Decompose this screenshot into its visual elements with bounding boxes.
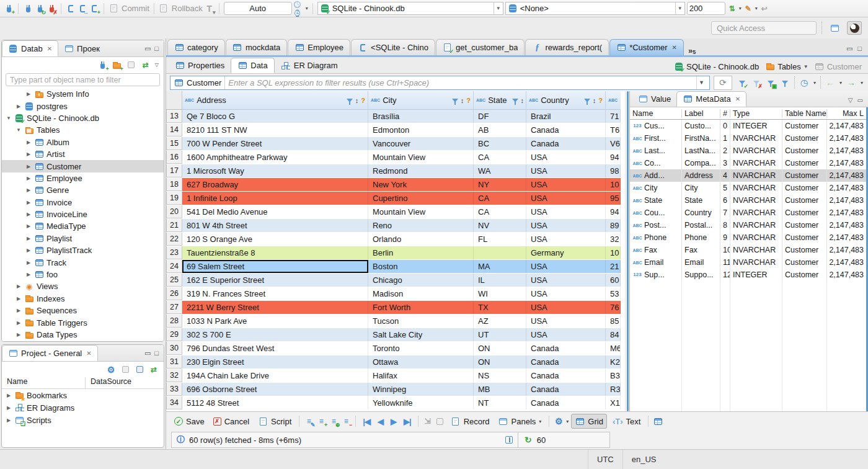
cell-country[interactable]: Canada [526,369,606,382]
cell-state[interactable]: MA [474,260,526,273]
row-number-header[interactable] [166,91,182,110]
cell-country[interactable]: USA [526,205,606,218]
collapse-arrow-icon[interactable]: ▼ [16,127,22,133]
column-table-name[interactable]: Table Name [782,109,827,118]
rollback-icon[interactable] [159,4,169,14]
cell-city[interactable]: Boston [368,260,474,273]
quick-access-input[interactable] [711,21,817,35]
cell-postal[interactable]: 10 [606,178,621,191]
cell-state[interactable]: FL [474,233,526,246]
expand-arrow-icon[interactable]: ▶ [25,248,32,253]
paging-icon[interactable] [505,436,513,444]
cell-country[interactable]: USA [526,260,606,273]
object-filter-input[interactable] [6,73,160,86]
cell-postal[interactable]: 10 [606,246,621,259]
cell-address[interactable]: 1 Infinite Loop [182,192,368,205]
commit-icon[interactable] [108,4,118,14]
cell-city[interactable]: Edmonton [368,123,474,136]
cell-postal[interactable]: 53 [606,287,621,300]
back-arrow-icon[interactable]: ← [825,78,835,87]
tree-item-playlisttrack[interactable]: ▶PlaylistTrack [2,244,164,256]
cell-postal[interactable]: 76 [606,301,621,314]
auto-refresh-caret[interactable]: ▾ [813,80,816,86]
cell-address[interactable]: 1600 Amphitheatre Parkway [182,151,368,164]
cell-address[interactable]: 627 Broadway [182,178,368,191]
table-row-13[interactable]: 13Qe 7 Bloco GBrasíliaDFBrazil71 [166,110,625,123]
editor-tab-mockdata[interactable]: mockdata [226,39,287,55]
cell-state[interactable]: BC [474,137,526,150]
tab-metadata[interactable]: MetaData ✕ [676,91,746,107]
row-number[interactable]: 27 [166,301,182,314]
tree-item-mediatype[interactable]: ▶MediaType [2,220,164,232]
breadcrumb-table[interactable]: Customer [815,61,862,71]
table-row-34[interactable]: 345112 48 StreetYellowknifeNTCanadaX1 [166,396,625,410]
cell-address[interactable]: 162 E Superior Street [182,274,368,287]
metadata-row-compa[interactable]: ABCCo...Compa...3NVARCHARCustomer2,147,4… [630,157,866,169]
row-number[interactable]: 24 [166,260,182,273]
chevron-down-icon[interactable]: ▼ [804,64,808,69]
row-number[interactable]: 16 [166,151,182,164]
cell-country[interactable]: USA [526,164,606,177]
maximize-icon[interactable]: □ [154,349,159,357]
metadata-row-city[interactable]: ABCCityCity5NVARCHARCustomer2,147,483 [630,182,866,194]
cell-address[interactable]: 319 N. Frances Street [182,287,368,300]
cell-address[interactable]: 796 Dundas Street West [182,342,368,355]
row-number[interactable]: 19 [166,192,182,205]
tree-item-data-types[interactable]: ▶Data Types [2,329,164,341]
cell-postal[interactable]: 84 [606,328,621,341]
editor-tab-employee[interactable]: Employee [288,39,350,55]
cell-country[interactable]: USA [526,151,606,164]
expand-arrow-icon[interactable]: ▶ [25,236,32,241]
new-folder-icon[interactable]: + [112,60,122,70]
cell-state[interactable]: NY [474,178,526,191]
cell-city[interactable]: Chicago [368,274,474,287]
cell-city[interactable]: Orlando [368,233,474,246]
cell-address[interactable]: 69 Salem Street [182,260,368,273]
cell-country[interactable]: USA [526,328,606,341]
row-number[interactable]: 25 [166,274,182,287]
custom-filter-icon[interactable] [780,78,790,87]
cell-address[interactable]: 1 Microsoft Way [182,164,368,177]
expand-arrow-icon[interactable]: ▶ [16,332,22,337]
column-type[interactable]: Type [730,109,782,118]
table-row-24[interactable]: 2469 Salem StreetBostonMAUSA21 [166,260,625,274]
tree-item-customer[interactable]: ▶Customer [2,160,164,172]
cell-state[interactable]: MB [474,383,526,396]
cell-country[interactable]: USA [526,219,606,232]
cell-address[interactable]: 1033 N Park Ave [182,315,368,328]
table-row-29[interactable]: 29302 S 700 ESalt Lake CityUTUSA84 [166,328,625,342]
column-datasource[interactable]: DataSource [86,377,131,388]
column-header-address[interactable]: ABC Address ↕? [182,91,368,110]
filter-icon[interactable] [347,99,353,102]
cell-address[interactable]: 230 Elgin Street [182,355,368,368]
tree-item-genre[interactable]: ▶Genre [2,184,164,196]
view-menu-icon[interactable]: ▽ [848,97,853,104]
column-number[interactable]: # [720,109,730,118]
tree-item-employee[interactable]: ▶Employee [2,172,164,184]
filter-history-dropdown[interactable]: ▼ [696,76,706,89]
tree-item-track[interactable]: ▶Track [2,256,164,268]
row-number[interactable]: 14 [166,123,182,136]
undo-arrow-icon[interactable]: ↩ [760,4,769,14]
cell-city[interactable]: Vancouver [368,137,474,150]
tree-item-playlist[interactable]: ▶Playlist [2,233,164,244]
cell-address[interactable]: 120 S Orange Ave [182,233,368,246]
cell-postal[interactable]: 94 [606,205,621,218]
filter-icon[interactable] [452,99,458,102]
tree-item-album[interactable]: ▶Album [2,136,164,148]
column-name[interactable]: Name [2,377,86,388]
expand-arrow-icon[interactable]: ▶ [25,151,32,157]
tree-item-views[interactable]: ▶◉Views [2,280,164,292]
cell-postal[interactable]: V6 [606,137,621,150]
connect-icon[interactable] [23,4,33,14]
row-number[interactable]: 32 [166,369,182,382]
tree-item-system-info[interactable]: ▶iSystem Info [2,88,164,100]
editor-tab-customer[interactable]: *Customer✕ [609,39,684,55]
cell-postal[interactable]: 32 [606,233,621,246]
cell-address[interactable]: 696 Osborne Street [182,383,368,396]
cell-city[interactable]: Cupertino [368,192,474,205]
cell-postal[interactable]: X1 [606,396,621,409]
edit-cell-icon[interactable]: ≡✎ [304,416,314,426]
tab-projects[interactable]: Проек [58,40,105,56]
rollback-label[interactable]: Rollback [172,4,203,13]
